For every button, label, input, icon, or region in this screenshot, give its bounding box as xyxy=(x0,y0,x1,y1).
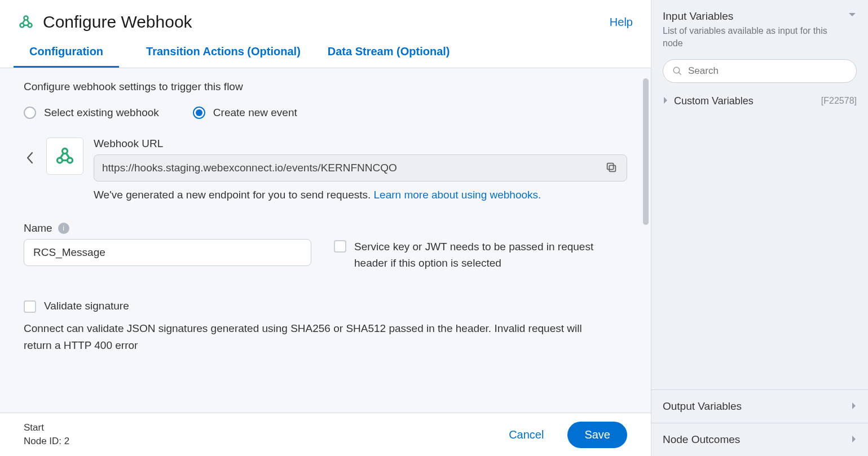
webhook-icon xyxy=(18,14,34,30)
tab-strip: Configuration Transition Actions (Option… xyxy=(0,32,651,68)
copy-url-button[interactable] xyxy=(605,161,619,175)
chevron-right-icon xyxy=(851,435,857,445)
webhook-card-icon xyxy=(46,138,83,175)
variable-search-input[interactable] xyxy=(688,65,847,77)
svg-point-5 xyxy=(63,148,68,153)
cancel-button[interactable]: Cancel xyxy=(499,423,554,447)
intro-text: Configure webhook settings to trigger th… xyxy=(24,81,627,93)
radio-icon xyxy=(24,107,36,119)
radio-icon xyxy=(193,107,205,119)
radio-create-new[interactable]: Create new event xyxy=(193,105,297,121)
validate-signature-desc: Connect can validate JSON signatures gen… xyxy=(24,320,605,355)
scrollbar[interactable] xyxy=(643,78,649,225)
node-outcomes-row[interactable]: Node Outcomes xyxy=(651,423,868,456)
output-variables-row[interactable]: Output Variables xyxy=(651,389,868,423)
radio-label: Create new event xyxy=(213,105,297,121)
input-variables-sub: List of variables available as input for… xyxy=(663,25,832,50)
name-label: Name i xyxy=(24,222,311,234)
info-icon[interactable]: i xyxy=(58,223,69,234)
validate-signature-checkbox[interactable] xyxy=(24,300,36,313)
custom-variables-row[interactable]: Custom Variables [F22578] xyxy=(663,95,857,107)
name-input[interactable] xyxy=(24,239,311,266)
page-title: Configure Webhook xyxy=(43,12,192,32)
tab-data-stream[interactable]: Data Stream (Optional) xyxy=(328,45,450,68)
webhook-url-value: https://hooks.staging.webexconnect.io/ev… xyxy=(102,162,605,174)
help-link[interactable]: Help xyxy=(610,16,633,29)
svg-point-4 xyxy=(68,158,73,163)
tab-transition-actions[interactable]: Transition Actions (Optional) xyxy=(146,45,301,68)
url-helper-text: We've generated a new endpoint for you t… xyxy=(94,187,627,203)
collapse-panel-button[interactable] xyxy=(848,10,857,20)
svg-rect-6 xyxy=(609,165,615,171)
svg-point-1 xyxy=(28,23,32,27)
tab-configuration[interactable]: Configuration xyxy=(14,45,119,68)
jwt-checkbox[interactable] xyxy=(334,240,346,253)
svg-rect-7 xyxy=(607,163,614,169)
jwt-label: Service key or JWT needs to be passed in… xyxy=(354,239,597,271)
variable-search[interactable] xyxy=(663,59,857,83)
webhook-url-label: Webhook URL xyxy=(94,138,627,150)
input-variables-title: Input Variables xyxy=(663,10,848,23)
learn-more-link[interactable]: Learn more about using webhooks. xyxy=(374,189,541,201)
svg-point-0 xyxy=(20,23,24,27)
chevron-right-icon xyxy=(851,402,857,411)
radio-label: Select existing webhook xyxy=(44,105,159,121)
svg-point-8 xyxy=(673,67,680,73)
validate-signature-label: Validate signature xyxy=(44,298,129,315)
svg-point-3 xyxy=(58,158,63,163)
radio-select-existing[interactable]: Select existing webhook xyxy=(24,105,159,121)
footer-meta: Start Node ID: 2 xyxy=(24,421,69,448)
save-button[interactable]: Save xyxy=(567,422,627,448)
webhook-url-field: https://hooks.staging.webexconnect.io/ev… xyxy=(94,154,627,181)
back-button[interactable] xyxy=(24,147,36,169)
chevron-right-icon xyxy=(663,96,668,106)
